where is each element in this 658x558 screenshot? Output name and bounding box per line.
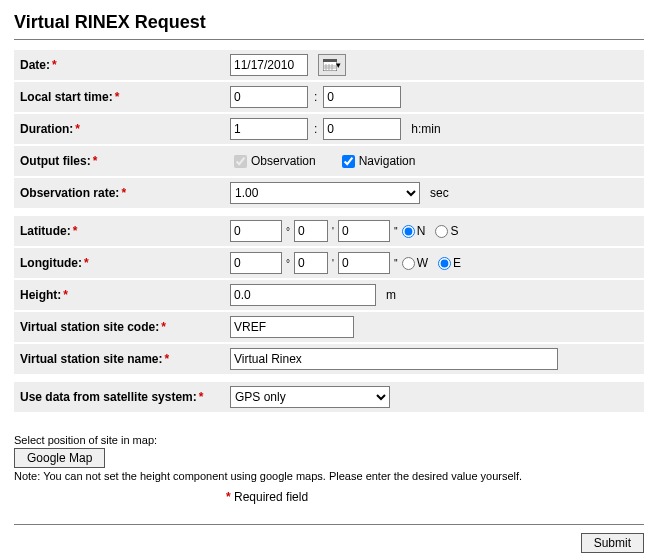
required-field-note: * Required field: [224, 490, 644, 504]
date-input[interactable]: [230, 54, 308, 76]
lat-n-radio-label[interactable]: N: [402, 224, 426, 238]
lon-w-radio[interactable]: [402, 257, 415, 270]
observation-checkbox-label: Observation: [230, 152, 316, 171]
lon-e-radio-label[interactable]: E: [438, 256, 461, 270]
row-duration: Duration:* : h:min: [14, 114, 644, 144]
unit-deg: °: [286, 258, 290, 269]
calendar-icon[interactable]: ▾: [318, 54, 346, 76]
label-obs-rate: Observation rate:*: [20, 186, 230, 200]
row-output-files: Output files:* Observation Navigation: [14, 146, 644, 176]
row-site-code: Virtual station site code:*: [14, 312, 644, 342]
label-duration: Duration:*: [20, 122, 230, 136]
lat-s-radio-label[interactable]: S: [435, 224, 458, 238]
lat-min-input[interactable]: [294, 220, 328, 242]
divider: [14, 39, 644, 40]
start-min-input[interactable]: [323, 86, 401, 108]
obs-rate-select[interactable]: 1.00: [230, 182, 420, 204]
height-input[interactable]: [230, 284, 376, 306]
lon-min-input[interactable]: [294, 252, 328, 274]
site-name-input[interactable]: [230, 348, 558, 370]
lat-deg-input[interactable]: [230, 220, 282, 242]
time-colon: :: [314, 90, 317, 104]
site-code-input[interactable]: [230, 316, 354, 338]
chevron-down-icon: ▾: [336, 60, 341, 70]
map-prompt: Select position of site in map:: [14, 434, 644, 446]
navigation-checkbox[interactable]: [342, 155, 355, 168]
submit-button[interactable]: Submit: [581, 533, 644, 553]
lon-e-radio[interactable]: [438, 257, 451, 270]
label-sat-system: Use data from satellite system:*: [20, 390, 230, 404]
submit-bar: Submit: [14, 524, 644, 553]
row-site-name: Virtual station site name:*: [14, 344, 644, 374]
navigation-text: Navigation: [359, 154, 416, 168]
lon-w-radio-label[interactable]: W: [402, 256, 428, 270]
row-obs-rate: Observation rate:* 1.00 sec: [14, 178, 644, 208]
unit-min: ': [332, 258, 334, 269]
lon-deg-input[interactable]: [230, 252, 282, 274]
unit-min: ': [332, 226, 334, 237]
observation-checkbox: [234, 155, 247, 168]
duration-hour-input[interactable]: [230, 118, 308, 140]
label-output-files: Output files:*: [20, 154, 230, 168]
label-longitude: Longitude:*: [20, 256, 230, 270]
row-date: Date:* ▾: [14, 50, 644, 80]
label-latitude: Latitude:*: [20, 224, 230, 238]
unit-arcsec: '': [394, 226, 398, 237]
svg-rect-1: [323, 59, 337, 62]
navigation-checkbox-label[interactable]: Navigation: [338, 152, 416, 171]
label-date: Date:*: [20, 58, 230, 72]
label-site-code: Virtual station site code:*: [20, 320, 230, 334]
unit-m: m: [386, 288, 396, 302]
lat-s-radio[interactable]: [435, 225, 448, 238]
unit-arcsec: '': [394, 258, 398, 269]
row-sat-system: Use data from satellite system:* GPS onl…: [14, 382, 644, 412]
unit-sec: sec: [430, 186, 449, 200]
row-latitude: Latitude:* ° ' '' N S: [14, 216, 644, 246]
google-map-button[interactable]: Google Map: [14, 448, 105, 468]
duration-min-input[interactable]: [323, 118, 401, 140]
lon-sec-input[interactable]: [338, 252, 390, 274]
start-hour-input[interactable]: [230, 86, 308, 108]
page-title: Virtual RINEX Request: [14, 12, 644, 33]
label-height: Height:*: [20, 288, 230, 302]
time-colon: :: [314, 122, 317, 136]
row-height: Height:* m: [14, 280, 644, 310]
unit-deg: °: [286, 226, 290, 237]
lat-sec-input[interactable]: [338, 220, 390, 242]
sat-system-select[interactable]: GPS only: [230, 386, 390, 408]
label-start-time: Local start time:*: [20, 90, 230, 104]
lat-n-radio[interactable]: [402, 225, 415, 238]
row-start-time: Local start time:* :: [14, 82, 644, 112]
observation-text: Observation: [251, 154, 316, 168]
unit-hmin: h:min: [411, 122, 440, 136]
label-site-name: Virtual station site name:*: [20, 352, 230, 366]
row-longitude: Longitude:* ° ' '' W E: [14, 248, 644, 278]
map-note: Note: You can not set the height compone…: [14, 470, 644, 482]
